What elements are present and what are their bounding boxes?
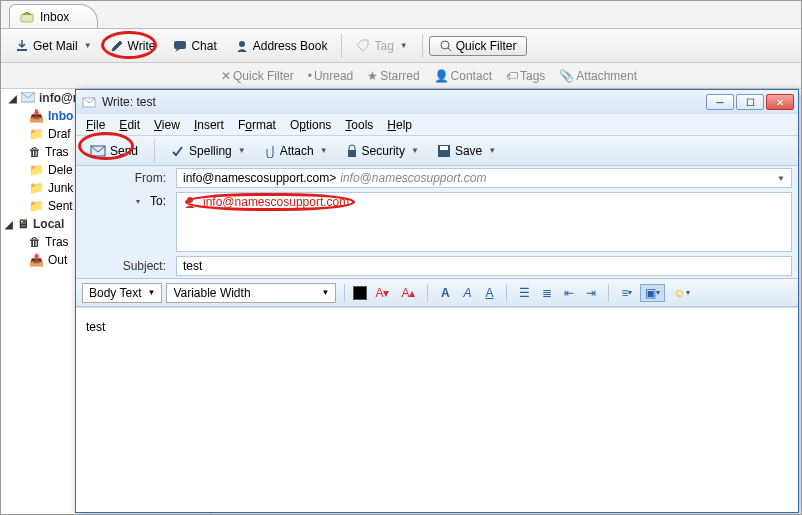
message-body[interactable]: test [76, 307, 798, 512]
filter-attachment[interactable]: 📎 Attachment [559, 69, 637, 83]
svg-rect-1 [17, 49, 27, 51]
svg-point-3 [239, 41, 245, 47]
from-field[interactable]: info@namescosupport.com> info@namescosup… [176, 168, 792, 188]
font-larger-button[interactable]: A▴ [397, 285, 419, 301]
security-button[interactable]: Security ▼ [340, 141, 425, 161]
separator [154, 139, 155, 163]
compose-icon [82, 95, 96, 109]
lock-icon [346, 144, 358, 158]
separator [608, 284, 609, 302]
outdent-button[interactable]: ⇤ [560, 285, 578, 301]
menu-options[interactable]: Options [290, 118, 331, 132]
chevron-down-icon: ▼ [84, 41, 92, 50]
window-title: Write: test [102, 95, 156, 109]
download-icon [15, 39, 29, 53]
maximize-button[interactable]: ☐ [736, 94, 764, 110]
tab-label: Inbox [40, 10, 69, 24]
outbox-icon: 📤 [29, 253, 44, 267]
menu-tools[interactable]: Tools [345, 118, 373, 132]
filter-starred[interactable]: ★ Starred [367, 69, 419, 83]
menu-file[interactable]: File [86, 118, 105, 132]
recipient-type-dropdown[interactable]: ▾ [130, 197, 146, 206]
separator [341, 34, 342, 58]
save-button[interactable]: Save ▼ [431, 141, 502, 161]
tag-button[interactable]: Tag ▼ [348, 36, 415, 56]
write-button[interactable]: Write [102, 36, 164, 56]
attach-button[interactable]: Attach ▼ [258, 141, 334, 161]
font-family-select[interactable]: Variable Width▼ [166, 283, 336, 303]
font-smaller-button[interactable]: A▾ [371, 285, 393, 301]
paperclip-icon [264, 144, 276, 158]
get-mail-button[interactable]: Get Mail ▼ [7, 36, 100, 56]
minimize-button[interactable]: ─ [706, 94, 734, 110]
twisty-icon: ◢ [5, 219, 13, 230]
contact-icon [183, 195, 197, 209]
menu-view[interactable]: View [154, 118, 180, 132]
bold-button[interactable]: A [436, 285, 454, 301]
pencil-icon [110, 39, 124, 53]
emoji-button[interactable]: ☺▾ [669, 285, 693, 301]
chat-button[interactable]: Chat [165, 36, 224, 56]
folder-icon: 📁 [29, 127, 44, 141]
menu-help[interactable]: Help [387, 118, 412, 132]
close-button[interactable]: ✕ [766, 94, 794, 110]
svg-line-5 [448, 48, 451, 51]
tag-icon [356, 39, 370, 53]
chevron-down-icon: ▼ [320, 146, 328, 155]
chevron-down-icon: ▼ [238, 146, 246, 155]
check-icon [171, 144, 185, 158]
subject-field[interactable]: test [176, 256, 792, 276]
italic-button[interactable]: A [458, 285, 476, 301]
spelling-button[interactable]: Spelling ▼ [165, 141, 252, 161]
folder-icon: 📁 [29, 163, 44, 177]
bullet-list-button[interactable]: ☰ [515, 285, 534, 301]
folder-icon: 📁 [29, 199, 44, 213]
svg-rect-11 [440, 146, 448, 150]
compose-window: Write: test ─ ☐ ✕ File Edit View Insert … [75, 89, 799, 513]
subject-label: Subject: [76, 259, 176, 273]
computer-icon: 🖥 [17, 217, 29, 231]
recipient-address: info@namescosupport.com [203, 195, 349, 209]
separator [344, 284, 345, 302]
menu-edit[interactable]: Edit [119, 118, 140, 132]
menu-format[interactable]: Format [238, 118, 276, 132]
filter-quick[interactable]: ✕ Quick Filter [221, 69, 294, 83]
indent-button[interactable]: ⇥ [582, 285, 600, 301]
svg-rect-0 [21, 14, 33, 22]
text-color-button[interactable] [353, 286, 367, 300]
chevron-down-icon: ▼ [400, 41, 408, 50]
folder-icon: 📁 [29, 181, 44, 195]
chat-icon [173, 39, 187, 53]
chevron-down-icon: ▼ [321, 288, 329, 297]
send-icon [90, 144, 106, 158]
mail-icon [21, 92, 35, 104]
insert-button[interactable]: ▣▾ [640, 284, 665, 302]
trash-icon: 🗑 [29, 235, 41, 249]
svg-rect-9 [348, 150, 356, 157]
filter-unread[interactable]: • Unread [308, 69, 354, 83]
address-book-button[interactable]: Address Book [227, 36, 336, 56]
search-icon [440, 40, 452, 52]
person-icon [235, 39, 249, 53]
separator [422, 34, 423, 58]
paragraph-style-select[interactable]: Body Text▼ [82, 283, 162, 303]
filter-contact[interactable]: 👤 Contact [434, 69, 492, 83]
to-label: To: [150, 194, 166, 208]
tab-inbox[interactable]: Inbox [9, 4, 98, 28]
chevron-down-icon: ▼ [777, 174, 785, 183]
trash-icon: 🗑 [29, 145, 41, 159]
chevron-down-icon: ▼ [147, 288, 155, 297]
align-button[interactable]: ≡▾ [617, 285, 636, 301]
twisty-icon: ◢ [9, 93, 17, 104]
to-field[interactable]: info@namescosupport.com [176, 192, 792, 252]
number-list-button[interactable]: ≣ [538, 285, 556, 301]
separator [506, 284, 507, 302]
chevron-down-icon: ▼ [488, 146, 496, 155]
menu-insert[interactable]: Insert [194, 118, 224, 132]
quick-filter-button[interactable]: Quick Filter [429, 36, 528, 56]
send-button[interactable]: Send [84, 141, 144, 161]
filter-tags[interactable]: 🏷 Tags [506, 69, 545, 83]
from-label: From: [76, 171, 176, 185]
save-icon [437, 144, 451, 158]
underline-button[interactable]: A [480, 285, 498, 301]
